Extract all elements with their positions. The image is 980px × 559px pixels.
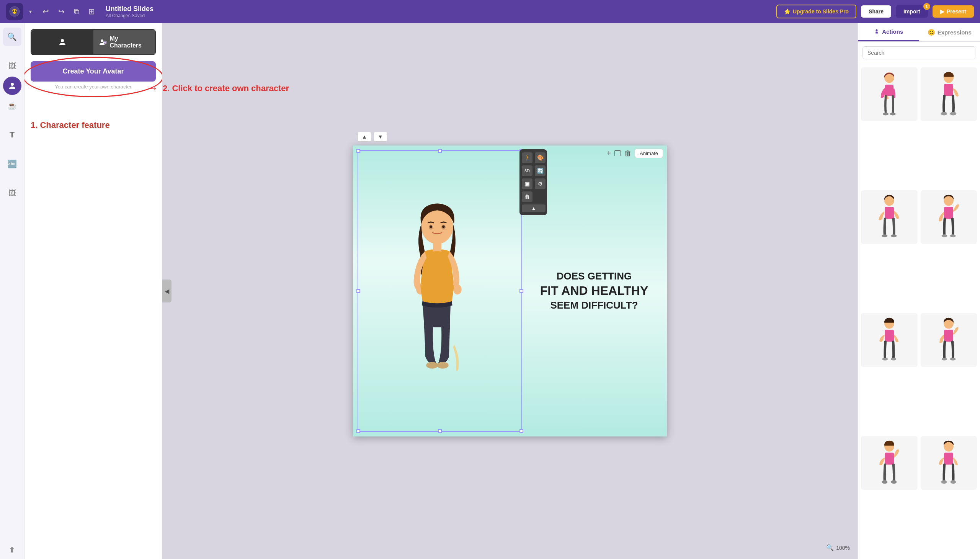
svg-point-17 [426,362,438,369]
animate-button[interactable]: Animate [635,149,663,158]
svg-point-34 [942,234,947,237]
logo-dropdown-icon[interactable]: ▾ [29,8,32,15]
move-down-btn[interactable]: ▼ [373,132,387,142]
svg-point-31 [891,234,897,237]
svg-point-12 [430,225,432,228]
zoom-icon: 🔍 [826,544,834,551]
slide-action-row: + ❐ 🗑 Animate [607,149,663,158]
tab-inactive[interactable] [31,30,93,55]
svg-point-46 [882,480,887,484]
walk-tab-icon [874,29,880,35]
svg-point-38 [882,357,888,360]
annotation-arrow: → 2. Click to create own character [147,82,289,94]
my-chars-tabs: My Characters [31,29,156,55]
coffee-icon-btn[interactable]: ☕ [3,96,21,115]
trash-btn[interactable]: 🗑 [522,192,532,202]
import-button[interactable]: Import 1 [896,5,928,18]
move-up-btn[interactable]: ▲ [357,132,371,142]
svg-rect-49 [944,453,953,465]
svg-point-16 [453,284,462,294]
svg-point-4 [61,39,64,42]
slide-top-controls: ▲ ▼ [357,132,387,142]
duplicate-slide-btn[interactable]: ❐ [614,149,621,158]
upgrade-button[interactable]: ⭐ Upgrade to Slides Pro [776,5,856,18]
svg-rect-45 [885,453,894,465]
svg-point-22 [883,112,889,115]
annotation-text: 2. Click to create own character [163,83,289,93]
search-icon-btn[interactable]: 🔍 [3,28,21,46]
redo-button[interactable]: ↪ [55,5,68,18]
char-thumb-2[interactable] [921,68,977,121]
char-thumb-1[interactable] [861,68,917,121]
svg-point-3 [11,83,14,86]
badge-icon-btn[interactable]: 🔤 [3,155,21,173]
search-input[interactable] [863,46,975,60]
layout-button[interactable]: ⊞ [85,5,98,18]
layer-btn[interactable]: ▣ [522,179,532,189]
annotation-arrow-icon: → [147,82,158,94]
float-toolbar: 🚶 🎨 3D 🔄 ▣ ⚙ 🗑 ▲ [519,149,547,215]
document-title[interactable]: Untitled Slides [106,5,154,13]
face-btn[interactable]: 3D [522,165,532,176]
tab-actions[interactable]: Actions [858,23,919,41]
add-element-btn[interactable]: + [607,149,611,158]
create-avatar-wrapper: Create Your Avatar You can create your o… [31,61,156,89]
right-panel-tabs: Actions 😊 Expressions [858,23,980,42]
undo-redo-group: ↩ ↪ ⧉ ⊞ [40,5,98,18]
svg-point-13 [442,225,445,228]
right-panel-search [858,42,980,64]
svg-point-42 [942,357,947,360]
share-button[interactable]: Share [861,5,891,18]
char-thumb-3[interactable] [861,190,917,244]
char-thumb-7[interactable] [861,436,917,490]
image-icon-btn[interactable]: 🖼 [3,184,21,202]
person-add-icon [99,38,107,46]
char-thumb-5[interactable] [861,313,917,367]
character-icon-btn[interactable] [3,76,21,95]
tab-my-characters[interactable]: My Characters [93,30,155,55]
character-grid [858,64,980,559]
svg-point-19 [876,29,878,31]
undo-button[interactable]: ↩ [40,5,52,18]
star-icon: ⭐ [784,8,790,15]
app-logo[interactable] [6,3,23,20]
char-thumb-4[interactable] [921,190,977,244]
char-feature-label: 1. Character feature [31,120,156,130]
svg-point-43 [950,357,956,360]
svg-point-35 [950,234,956,237]
present-button[interactable]: ▶ Present [932,5,974,18]
slide-heading: DOES GETTING FIT AND HEALTHY SEEM DIFFIC… [540,270,648,312]
palette-btn[interactable]: 🎨 [535,152,545,163]
character-svg [395,176,479,437]
slide-canvas: DOES GETTING FIT AND HEALTHY SEEM DIFFIC… [353,146,667,437]
svg-point-39 [891,357,896,360]
char-thumb-6[interactable] [921,313,977,367]
svg-point-27 [950,112,957,115]
svg-point-18 [437,362,449,369]
text-icon-btn[interactable]: T [3,126,21,144]
svg-rect-21 [885,84,894,96]
left-panel: My Characters Create Your Avatar You can… [25,23,162,559]
copy-button[interactable]: ⧉ [71,5,82,18]
title-area: Untitled Slides All Changes Saved [106,5,154,18]
right-panel: Actions 😊 Expressions [858,23,980,559]
upload-icon-btn[interactable]: ⬆ [3,541,21,559]
gear-btn[interactable]: ⚙ [535,179,545,189]
svg-point-50 [941,480,947,484]
character-figure[interactable] [368,153,506,437]
create-avatar-button[interactable]: Create Your Avatar [31,61,156,81]
rotate-btn[interactable]: 🔄 [535,165,545,176]
media-icon-btn[interactable]: 🖼 [3,57,21,75]
person-icon [58,38,67,46]
svg-point-26 [941,112,947,115]
app-header: ▾ ↩ ↪ ⧉ ⊞ Untitled Slides All Changes Sa… [0,0,980,23]
tab-expressions[interactable]: 😊 Expressions [919,23,980,41]
walk-btn[interactable]: 🚶 [522,152,532,163]
char-thumb-8[interactable] [921,436,977,490]
slide-area: ◀ DOES GETTING FIT AND HEALTHY SEEM DIFF… [162,23,858,559]
delete-slide-btn[interactable]: 🗑 [624,149,631,158]
svg-point-5 [101,40,103,42]
collapse-panel-button[interactable]: ◀ [162,280,172,303]
toolbar-collapse-btn[interactable]: ▲ [522,205,545,212]
svg-rect-33 [944,207,953,218]
